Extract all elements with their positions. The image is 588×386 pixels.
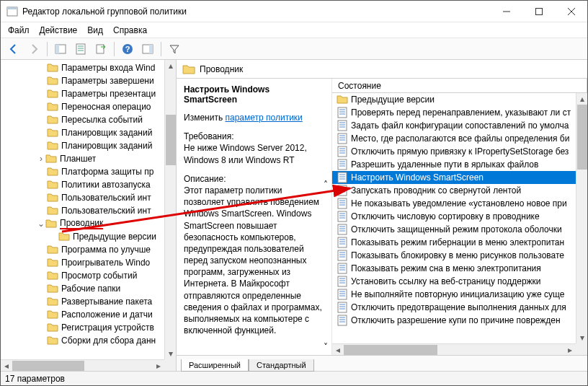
scroll-right-icon[interactable]: ▸ (153, 360, 164, 372)
help-button[interactable]: ? (119, 40, 136, 58)
tree-item[interactable]: Планировщик заданий (1, 139, 164, 152)
app-icon (6, 6, 18, 17)
scroll-left-icon[interactable]: ◂ (332, 344, 344, 356)
list-item[interactable]: Проверять перед перенаправлением, указыв… (332, 106, 576, 119)
folder-header: Проводник (177, 60, 587, 79)
tree-item[interactable]: Развертывание пакета (1, 295, 164, 308)
list-item-label: Отключить разрешение купи по причине пов… (351, 315, 561, 325)
minimize-button[interactable] (490, 1, 522, 22)
tree-item-label: Регистрация устройств (61, 323, 154, 333)
tab-standard[interactable]: Стандартный (249, 359, 314, 372)
tree-item[interactable]: Расположение и датчи (1, 308, 164, 321)
list-item[interactable]: Настроить Windows SmartScreen (332, 171, 576, 184)
tree-item[interactable]: Планировщик заданий (1, 126, 164, 139)
scroll-left-icon[interactable]: ◂ (1, 360, 12, 372)
filter-button[interactable] (166, 40, 183, 58)
maximize-button[interactable] (522, 1, 555, 22)
scroll-down-icon[interactable]: ▾ (576, 332, 588, 343)
scroll-right-icon[interactable]: ▸ (564, 344, 576, 356)
list-item[interactable]: Предыдущие версии (332, 93, 576, 106)
tree-item[interactable]: Регистрация устройств (1, 321, 164, 334)
properties-button[interactable] (72, 40, 89, 58)
detail-scroll-buttons[interactable]: ˄˅ (321, 180, 330, 352)
list-item[interactable]: Отключить предотвращение выполнения данн… (332, 301, 576, 314)
scroll-down-icon[interactable]: ▾ (165, 348, 177, 359)
scroll-down-icon[interactable]: ˅ (324, 342, 328, 352)
list-item[interactable]: Показывать режим сна в меню электропитан… (332, 262, 576, 275)
scroll-thumb[interactable] (12, 361, 84, 371)
list-item[interactable]: Задать файл конфигурации сопоставлений п… (332, 119, 576, 132)
settings-list[interactable]: Предыдущие версииПроверять перед перенап… (332, 93, 576, 343)
detail-panel: Настроить Windows SmartScreen Изменить п… (177, 79, 332, 355)
tree-item[interactable]: Программа по улучше (1, 243, 164, 256)
tree-item[interactable]: Параметры входа Wind (1, 61, 164, 74)
window-title: Редактор локальной групповой политики (22, 6, 490, 17)
tree-item-label: Параметры завершени (61, 76, 154, 86)
list-item[interactable]: Разрешить удаленные пути в ярлыках файло… (332, 158, 576, 171)
description-label: Описание: (184, 174, 226, 184)
tree-item[interactable]: Политики автозапуска (1, 178, 164, 191)
tree-item[interactable]: Предыдущие версии (1, 230, 164, 243)
tree-item-label: Переносная операцио (61, 102, 151, 112)
list-item[interactable]: Не показывать уведомление «установлено н… (332, 197, 576, 210)
list-item[interactable]: Показывать режим гибернации в меню элект… (332, 236, 576, 249)
close-button[interactable] (555, 1, 587, 22)
tree-vertical-scrollbar[interactable]: ▴ ▾ (164, 60, 176, 359)
setting-icon (337, 276, 348, 287)
menu-view[interactable]: Вид (87, 25, 103, 35)
tree-item-label: Проигрыватель Windo (61, 258, 150, 268)
list-item-label: Не показывать уведомление «установлено н… (351, 198, 567, 209)
export-button[interactable] (92, 40, 110, 58)
tab-extended[interactable]: Расширенный (181, 359, 249, 372)
tree-item[interactable]: Просмотр событий (1, 269, 164, 282)
list-item[interactable]: Запускать проводник со свернутой лентой (332, 184, 576, 197)
list-item[interactable]: Установить ссылку на веб-страницу поддер… (332, 275, 576, 288)
show-tree-button[interactable] (52, 40, 69, 58)
expander-icon[interactable]: › (37, 154, 45, 164)
tree-item[interactable]: Параметры презентаци (1, 87, 164, 100)
menu-file[interactable]: Файл (8, 25, 30, 35)
list-horizontal-scrollbar[interactable]: ◂ ▸ (332, 343, 576, 355)
list-item[interactable]: Отключить числовую сортировку в проводни… (332, 210, 576, 223)
tree-item[interactable]: Параметры завершени (1, 74, 164, 87)
tree-item-label: Пользовательский инт (61, 193, 151, 203)
list-item[interactable]: Отключить прямую привязку к IPropertySet… (332, 145, 576, 158)
tree-item[interactable]: Пользовательский инт (1, 204, 164, 217)
list-item[interactable]: Место, где располагаются все файлы опред… (332, 132, 576, 145)
column-header-state[interactable]: Состояние (332, 79, 587, 92)
scroll-thumb[interactable] (344, 345, 437, 355)
scroll-up-icon[interactable]: ▴ (165, 60, 177, 71)
tree-item[interactable]: Переносная операцио (1, 100, 164, 113)
menu-help[interactable]: Справка (113, 25, 147, 35)
tree-horizontal-scrollbar[interactable]: ◂ ▸ (1, 359, 164, 371)
list-item[interactable]: Отключить разрешение купи по причине пов… (332, 314, 576, 327)
setting-icon (337, 211, 348, 222)
scroll-thumb[interactable] (577, 105, 587, 170)
tree-item[interactable]: Сборки для сбора данн (1, 334, 164, 347)
scroll-thumb[interactable] (166, 115, 176, 165)
tree-item[interactable]: Рабочие папки (1, 282, 164, 295)
tree-item[interactable]: Пересылка событий (1, 113, 164, 126)
back-button[interactable] (5, 40, 22, 58)
tree-item[interactable]: Проигрыватель Windo (1, 256, 164, 269)
policy-parameter-link[interactable]: параметр политики (225, 113, 302, 123)
menu-action[interactable]: Действие (40, 25, 78, 35)
svg-rect-7 (55, 45, 59, 53)
expander-icon[interactable]: ⌄ (37, 219, 45, 229)
scroll-up-icon[interactable]: ▴ (576, 93, 588, 105)
tree-item[interactable]: Пользовательский инт (1, 191, 164, 204)
tree-item-label: Планировщик заданий (61, 128, 152, 138)
forward-button[interactable] (25, 40, 43, 58)
tree-item[interactable]: ⌄Проводник (1, 217, 164, 230)
tree[interactable]: Параметры входа WindПараметры завершениП… (1, 60, 164, 359)
list-item-label: Показывать блокировку в меню рисунков по… (351, 250, 564, 260)
list-item[interactable]: Не выполняйте повторную инициализацию уж… (332, 288, 576, 301)
tree-item[interactable]: Платформа защиты пр (1, 165, 164, 178)
setting-icon (337, 289, 348, 300)
list-item[interactable]: Показывать блокировку в меню рисунков по… (332, 249, 576, 262)
tree-item[interactable]: ›Планшет (1, 152, 164, 165)
scroll-up-icon[interactable]: ˄ (324, 180, 328, 190)
list-item[interactable]: Отключить защищенный режим протокола обо… (332, 223, 576, 236)
show-hide-button[interactable] (139, 40, 156, 58)
list-vertical-scrollbar[interactable]: ▴ ▾ (576, 93, 587, 343)
